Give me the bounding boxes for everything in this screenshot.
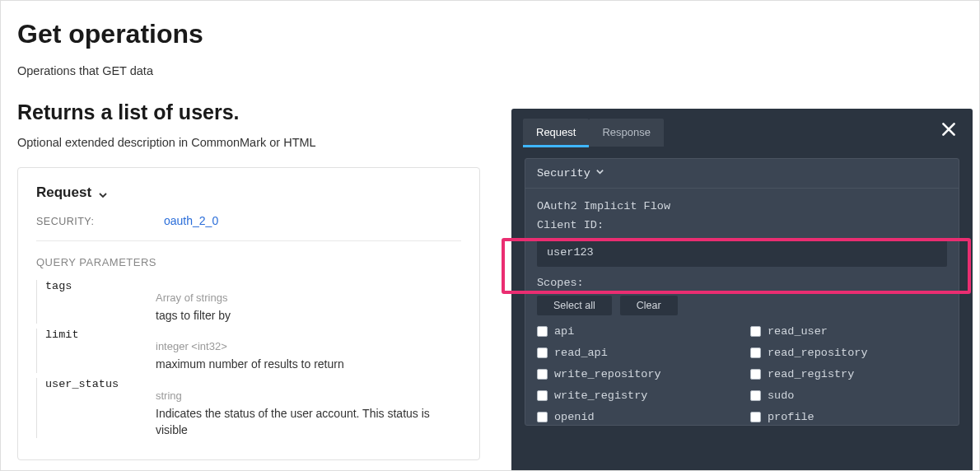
param-type: integer <int32>: [156, 340, 461, 352]
scope-label: write_registry: [554, 389, 647, 402]
request-card: Request SECURITY: oauth_2_0 QUERY PARAME…: [17, 167, 480, 460]
tab-bar: Request Response: [511, 109, 973, 148]
scope-label: write_repository: [554, 368, 661, 380]
scope-item[interactable]: write_registry: [537, 389, 734, 402]
scope-label: sudo: [768, 389, 794, 402]
client-id-input[interactable]: [537, 238, 947, 267]
param-name: user_status: [36, 378, 156, 439]
page-title: Get operations: [17, 19, 487, 49]
scope-checkbox[interactable]: [537, 412, 548, 422]
select-all-button[interactable]: Select all: [537, 296, 612, 315]
query-params-heading: QUERY PARAMETERS: [36, 256, 461, 268]
scopes-label: Scopes:: [537, 277, 947, 289]
scope-item[interactable]: read_api: [537, 347, 734, 359]
scope-label: read_repository: [768, 347, 868, 359]
scope-item[interactable]: openid: [537, 411, 734, 423]
scope-item[interactable]: sudo: [750, 389, 947, 402]
scopes-grid: api read_user read_api read_repository w…: [537, 325, 947, 423]
param-description: maximum number of results to return: [156, 356, 461, 372]
tab-request[interactable]: Request: [523, 119, 589, 147]
page-subtitle: Operations that GET data: [17, 64, 487, 77]
param-type: string: [156, 389, 461, 402]
param-row: tags Array of strings tags to filter by: [36, 280, 461, 324]
param-type: Array of strings: [156, 291, 461, 304]
scope-checkbox[interactable]: [750, 390, 761, 401]
security-link[interactable]: oauth_2_0: [164, 214, 218, 227]
scope-checkbox[interactable]: [537, 369, 548, 380]
scope-item[interactable]: read_user: [750, 325, 947, 338]
client-id-label: Client ID:: [537, 219, 947, 231]
operation-description: Optional extended description in CommonM…: [17, 136, 487, 149]
scope-item[interactable]: write_repository: [537, 368, 734, 380]
param-name: limit: [36, 329, 156, 372]
param-description: Indicates the status of the user account…: [156, 405, 461, 439]
close-icon[interactable]: [940, 120, 958, 142]
chevron-down-icon: [595, 167, 604, 180]
tryit-panel: Request Response Security OAuth2 Implici…: [511, 109, 973, 471]
param-description: tags to filter by: [156, 307, 461, 324]
scope-item[interactable]: profile: [750, 411, 947, 423]
scope-checkbox[interactable]: [750, 412, 761, 422]
scope-label: profile: [768, 411, 814, 423]
scope-item[interactable]: api: [537, 325, 734, 338]
security-toggle[interactable]: Security: [525, 159, 959, 189]
security-label: SECURITY:: [36, 216, 164, 227]
security-section: Security OAuth2 Implicit Flow Client ID:…: [525, 158, 959, 426]
security-heading: Security: [537, 167, 590, 180]
request-label: Request: [36, 184, 91, 201]
scope-label: api: [554, 325, 574, 338]
request-toggle[interactable]: Request: [36, 184, 461, 201]
scope-checkbox[interactable]: [750, 326, 761, 337]
param-name: tags: [36, 280, 156, 324]
param-row: user_status string Indicates the status …: [36, 378, 461, 439]
tab-response[interactable]: Response: [589, 119, 664, 147]
scope-label: read_user: [768, 325, 828, 338]
scope-label: read_api: [554, 347, 608, 359]
scope-item[interactable]: read_repository: [750, 347, 947, 359]
scope-checkbox[interactable]: [750, 347, 761, 358]
scope-checkbox[interactable]: [750, 369, 761, 380]
scope-label: read_registry: [768, 368, 854, 380]
operation-title: Returns a list of users.: [17, 100, 487, 124]
chevron-down-icon: [98, 188, 108, 198]
scope-checkbox[interactable]: [537, 326, 548, 337]
scope-checkbox[interactable]: [537, 347, 548, 358]
scope-label: openid: [554, 411, 595, 423]
scope-item[interactable]: read_registry: [750, 368, 947, 380]
clear-button[interactable]: Clear: [620, 296, 678, 315]
oauth-flow-label: OAuth2 Implicit Flow: [537, 200, 947, 212]
scope-checkbox[interactable]: [537, 390, 548, 401]
param-row: limit integer <int32> maximum number of …: [36, 329, 461, 372]
